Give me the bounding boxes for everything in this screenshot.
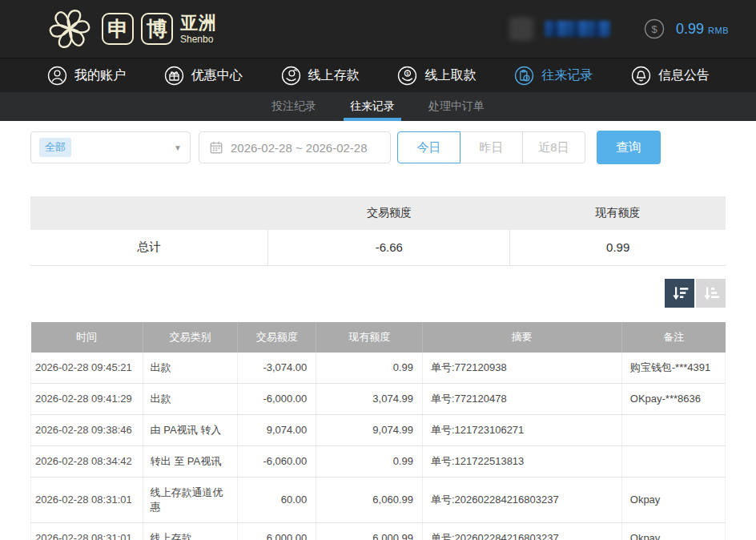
category-selected-value: 全部 — [39, 138, 71, 157]
sub-tabs: 投注纪录 往来记录 处理中订单 — [0, 92, 756, 121]
col-header-remark: 备注 — [621, 322, 725, 353]
table-cell: 2026-02-28 09:38:46 — [31, 414, 143, 445]
table-cell: 2026-02-28 08:31:01 — [31, 522, 143, 540]
category-select[interactable]: 全部 ▼ — [30, 131, 191, 163]
page: 申 博 亚洲 Shenbo $ 0.99 RMB 我的账户 — [0, 0, 756, 540]
sort-descending-icon — [670, 284, 690, 303]
nav-item-deposit[interactable]: 线上存款 — [280, 65, 360, 87]
tab-transaction-records[interactable]: 往来记录 — [347, 92, 398, 121]
table-cell: 单号:772120478 — [422, 383, 621, 414]
col-header-type: 交易类别 — [143, 322, 238, 353]
logo-char-1: 申 — [102, 13, 134, 45]
table-cell: OKpay-***8636 — [621, 383, 725, 414]
chevron-down-icon: ▼ — [174, 143, 182, 152]
tab-pending-orders[interactable]: 处理中订单 — [425, 92, 488, 121]
date-range-input[interactable]: 2026-02-28 ~ 2026-02-28 — [199, 131, 391, 163]
col-header-trade-amount: 交易额度 — [238, 322, 316, 353]
today-button[interactable]: 今日 — [397, 131, 460, 163]
nav-label: 信息公告 — [658, 67, 710, 84]
table-cell: 2026-02-28 09:45:21 — [31, 353, 143, 384]
user-icon — [46, 65, 68, 87]
table-cell: 线上存款 — [143, 522, 238, 540]
last-8-days-button[interactable]: 近8日 — [522, 131, 585, 163]
table-row: 2026-02-28 08:34:42转出 至 PA视讯-6,060.000.9… — [31, 445, 726, 477]
table-cell: 单号:202602284216803237 — [422, 522, 621, 540]
nav-item-withdraw[interactable]: $ 线上取款 — [396, 65, 476, 87]
balance-currency: RMB — [708, 26, 729, 35]
table-row: 2026-02-28 08:31:01线上存款通道优惠60.006,060.99… — [31, 477, 726, 522]
flower-logo-icon — [45, 4, 94, 54]
summary-table: 交易额度 现有额度 总计 -6.66 0.99 — [30, 196, 726, 266]
sort-ascending-button[interactable] — [696, 279, 726, 308]
col-header-balance: 现有额度 — [316, 322, 423, 353]
nav-item-promotions[interactable]: 优惠中心 — [163, 65, 243, 87]
nav-item-announcements[interactable]: 信息公告 — [630, 65, 710, 87]
balance[interactable]: 0.99 RMB — [676, 21, 729, 38]
top-header: 申 博 亚洲 Shenbo $ 0.99 RMB — [0, 0, 756, 58]
nav-label: 线上存款 — [308, 67, 360, 84]
deposit-icon — [280, 65, 302, 87]
table-cell: 由 PA视讯 转入 — [143, 414, 238, 445]
nav-label: 我的账户 — [74, 67, 126, 84]
logo-char-2: 博 — [141, 13, 173, 45]
nav-label: 线上取款 — [424, 67, 476, 84]
table-cell — [621, 445, 725, 477]
table-cell: 出款 — [143, 353, 238, 384]
table-cell: 单号:121723106271 — [422, 414, 621, 445]
dollar-icon: $ — [644, 18, 665, 39]
summary-header-trade: 交易额度 — [268, 196, 510, 230]
transactions-table: 时间 交易类别 交易额度 现有额度 摘要 备注 2026-02-28 09:45… — [30, 322, 726, 540]
summary-header-row: 交易额度 现有额度 — [30, 196, 726, 230]
table-cell: Okpay — [621, 522, 725, 540]
table-cell: 转出 至 PA视讯 — [143, 445, 238, 477]
table-cell: 9,074.00 — [238, 414, 316, 445]
nav-item-transactions[interactable]: 往来记录 — [513, 65, 593, 87]
search-button[interactable]: 查询 — [597, 131, 661, 164]
username-redacted[interactable] — [545, 21, 610, 37]
filter-row: 全部 ▼ 2026-02-28 ~ 2026-02-28 今日 昨日 近8日 查… — [30, 131, 726, 164]
table-row: 2026-02-28 09:41:29出款-6,000.003,074.99单号… — [31, 383, 726, 414]
sort-descending-button[interactable] — [665, 279, 694, 308]
transactions-header-row: 时间 交易类别 交易额度 现有额度 摘要 备注 — [31, 322, 726, 353]
gift-icon — [163, 65, 185, 87]
yesterday-button[interactable]: 昨日 — [460, 131, 523, 163]
table-cell — [621, 414, 725, 445]
bell-icon — [630, 65, 652, 87]
svg-text:$: $ — [651, 23, 657, 35]
table-cell: 3,074.99 — [316, 383, 423, 414]
nav-item-my-account[interactable]: 我的账户 — [46, 65, 126, 87]
col-header-summary: 摘要 — [422, 322, 621, 353]
table-cell: 9,074.99 — [316, 414, 423, 445]
tab-label: 投注纪录 — [271, 99, 316, 114]
table-cell: 6,000.00 — [238, 522, 316, 540]
avatar[interactable] — [509, 17, 533, 41]
withdraw-icon: $ — [396, 65, 418, 87]
table-cell: Okpay — [621, 477, 725, 522]
table-cell: 0.99 — [316, 353, 423, 384]
tab-label: 处理中订单 — [428, 99, 485, 114]
table-cell: 购宝钱包-***4391 — [621, 353, 725, 384]
sort-controls — [30, 279, 726, 308]
table-cell: 2026-02-28 09:41:29 — [31, 383, 143, 414]
table-cell: 单号:202602284216803237 — [422, 477, 621, 522]
table-cell: 2026-02-28 08:34:42 — [31, 445, 143, 477]
table-cell: 单号:121722513813 — [422, 445, 621, 477]
logo-subtitle: Shenbo — [180, 34, 217, 44]
table-cell: -6,000.00 — [238, 383, 316, 414]
balance-amount: 0.99 — [676, 21, 704, 38]
table-cell: 线上存款通道优惠 — [143, 477, 238, 522]
table-cell: 出款 — [143, 383, 238, 414]
nav-label: 优惠中心 — [191, 67, 243, 84]
brand-logo[interactable]: 申 博 亚洲 Shenbo — [45, 4, 217, 54]
table-cell: 6,000.99 — [316, 522, 423, 540]
date-range-value: 2026-02-28 ~ 2026-02-28 — [231, 141, 368, 155]
main-nav: 我的账户 优惠中心 线上存款 $ 线上取款 — [0, 58, 756, 92]
table-row: 2026-02-28 08:31:01线上存款6,000.006,000.99单… — [31, 522, 726, 540]
table-row: 2026-02-28 09:38:46由 PA视讯 转入9,074.009,07… — [31, 414, 726, 445]
user-area: $ 0.99 RMB — [509, 17, 729, 41]
nav-label: 往来记录 — [541, 67, 593, 84]
table-row: 2026-02-28 09:45:21出款-3,074.000.99单号:772… — [31, 353, 726, 384]
tab-bet-records[interactable]: 投注纪录 — [268, 92, 320, 121]
content: 全部 ▼ 2026-02-28 ~ 2026-02-28 今日 昨日 近8日 查… — [0, 131, 756, 540]
summary-total-row: 总计 -6.66 0.99 — [30, 230, 726, 265]
